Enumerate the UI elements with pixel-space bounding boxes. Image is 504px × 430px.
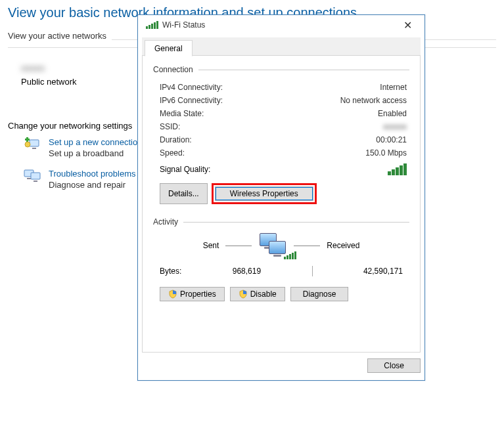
active-networks-label: View your active networks	[8, 31, 106, 41]
close-icon[interactable]: ✕	[394, 16, 421, 33]
dialog-title: Wi-Fi Status	[162, 20, 205, 30]
troubleshoot-link[interactable]: Troubleshoot problems	[49, 169, 135, 179]
ipv4-value: Internet	[380, 83, 407, 92]
svg-rect-3	[26, 137, 28, 142]
ssid-label: SSID:	[160, 122, 180, 131]
titlebar: Wi-Fi Status ✕	[138, 15, 424, 35]
ipv4-label: IPv4 Connectivity:	[160, 83, 223, 92]
duration-label: Duration:	[160, 135, 192, 144]
svg-rect-6	[27, 178, 31, 179]
properties-button[interactable]: Properties	[160, 287, 225, 301]
svg-rect-0	[30, 140, 39, 146]
disable-button[interactable]: Disable	[230, 287, 285, 301]
signal-bars-icon	[388, 163, 407, 175]
ipv6-value: No network access	[340, 96, 407, 105]
signal-quality-label: Signal Quality:	[160, 165, 210, 174]
wireless-properties-button[interactable]: Wireless Properties	[215, 186, 313, 201]
group-connection: Connection	[153, 65, 409, 74]
details-button[interactable]: Details...	[160, 183, 208, 204]
shield-icon	[168, 290, 177, 299]
close-button[interactable]: Close	[367, 358, 421, 373]
group-activity: Activity	[153, 217, 409, 226]
svg-point-4	[25, 142, 30, 147]
troubleshoot-desc: Diagnose and repair	[49, 180, 135, 190]
troubleshoot-icon	[24, 169, 41, 182]
diagnose-button[interactable]: Diagnose	[290, 287, 349, 301]
media-state-label: Media State:	[160, 109, 204, 118]
svg-rect-8	[34, 181, 37, 182]
media-state-value: Enabled	[378, 109, 407, 118]
setup-connection-desc: Set up a broadband	[49, 148, 142, 158]
setup-connection-link[interactable]: Set up a new connection	[49, 137, 142, 147]
speed-label: Speed:	[160, 148, 185, 158]
ssid-value: xxxxxx	[383, 122, 407, 131]
bytes-sent-value: 968,619	[233, 267, 261, 276]
setup-connection-icon	[24, 137, 41, 150]
activity-monitors-icon	[258, 233, 287, 258]
svg-rect-7	[31, 173, 40, 179]
shield-icon	[239, 290, 248, 299]
network-name-blurred: xxxxxx	[21, 64, 45, 73]
bytes-received-value: 42,590,171	[363, 267, 403, 276]
wifi-icon	[146, 21, 158, 29]
svg-rect-1	[32, 148, 36, 149]
sent-label: Sent	[203, 241, 219, 250]
tab-general[interactable]: General	[145, 40, 193, 56]
bytes-label: Bytes:	[160, 267, 181, 276]
received-label: Received	[327, 241, 359, 250]
wifi-status-dialog: Wi-Fi Status ✕ General Connection IPv4 C…	[137, 14, 425, 381]
duration-value: 00:00:21	[376, 135, 407, 144]
speed-value: 150.0 Mbps	[365, 148, 407, 158]
highlight-annotation: Wireless Properties	[212, 183, 317, 204]
ipv6-label: IPv6 Connectivity:	[160, 96, 223, 105]
